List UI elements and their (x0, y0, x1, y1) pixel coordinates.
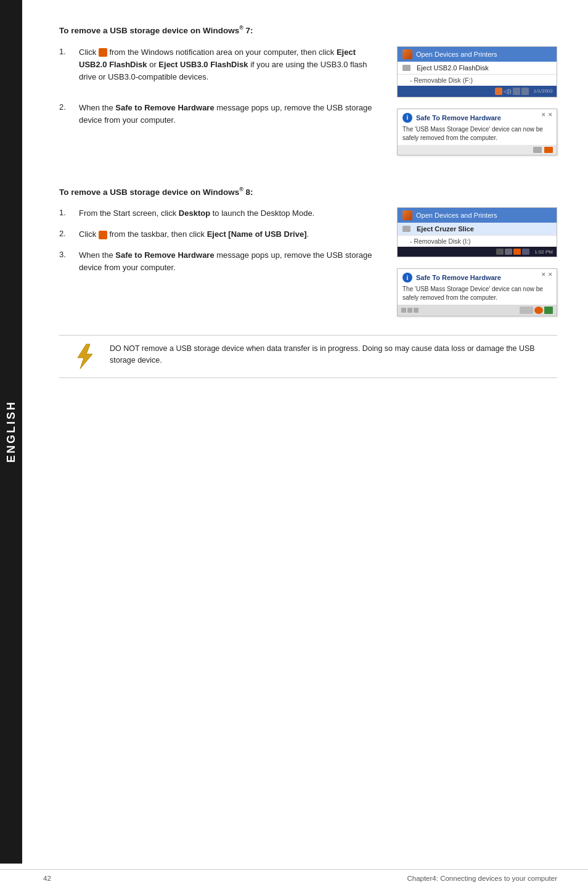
win8-step3-text: When the Safe to Remove Hardware message… (79, 249, 378, 274)
win8-screenshots: Open Devices and Printers Eject Cruzer S… (397, 207, 557, 316)
win8-footer-check (544, 307, 553, 314)
win8-eject-cruzer-item[interactable]: Eject Cruzer Slice (398, 223, 557, 236)
footer-page-number: 42 (43, 875, 51, 882)
win8-footer-left (401, 308, 419, 313)
win8-removable-disk-label: - Removable Disk (I:) (410, 237, 471, 245)
win8-footer-dot1 (401, 308, 406, 313)
win8-menu-header: Open Devices and Printers (398, 208, 557, 223)
taskbar-network (513, 88, 520, 95)
win7-notification-title: Safe To Remove Hardware (416, 114, 501, 122)
svg-marker-0 (78, 344, 92, 369)
win8-task-icon2 (505, 249, 512, 255)
warning-icon (71, 343, 99, 370)
win8-removable-disk-item: - Removable Disk (I:) (398, 236, 557, 247)
win8-taskbar-icons (496, 249, 529, 255)
win7-removable-disk-item: - Removable Disk (F:) (398, 75, 557, 86)
win8-notification-body: The 'USB Mass Storage Device' device can… (398, 285, 557, 305)
win8-task-icon4 (522, 249, 529, 255)
win7-info-icon: i (402, 113, 412, 123)
win8-menu-screenshot: Open Devices and Printers Eject Cruzer S… (397, 207, 557, 257)
win8-list: 1. From the Start screen, click Desktop … (59, 207, 378, 274)
win7-step2: 2. When the Safe to Remove Hardware mess… (59, 102, 378, 126)
printer-menu-icon (402, 49, 412, 59)
win8-footer-btn (520, 307, 533, 314)
win8-usb-icon (99, 231, 107, 239)
section-windows7: To remove a USB storage device on Window… (59, 25, 557, 155)
win7-step1-row: 1. Click from the Windows notification a… (59, 46, 557, 155)
win8-step3-num: 3. (59, 249, 79, 259)
win7-footer-usb (544, 147, 553, 153)
footer-chapter-text: Chapter4: Connecting devices to your com… (407, 875, 557, 882)
win7-menu-screenshot: Open Devices and Printers Eject USB2.0 F… (397, 46, 557, 97)
win8-notification-text: The 'USB Mass Storage Device' device can… (402, 286, 543, 301)
win7-step1-text: Click from the Windows notification area… (79, 46, 378, 83)
win8-printer-icon (402, 210, 412, 220)
win7-step2-num: 2. (59, 102, 79, 112)
win8-step3: 3. When the Safe to Remove Hardware mess… (59, 249, 378, 274)
win8-step2: 2. Click from the taskbar, then click Ej… (59, 228, 378, 241)
taskbar-usb-icon (495, 88, 502, 95)
side-tab-label: ENGLISH (5, 400, 18, 463)
taskbar-icons: ◁)) (495, 88, 529, 95)
win8-steps-row: 1. From the Start screen, click Desktop … (59, 207, 557, 316)
win8-step2-text: Click from the taskbar, then click Eject… (79, 228, 378, 241)
win8-steps-col: 1. From the Start screen, click Desktop … (59, 207, 378, 287)
win8-heading: To remove a USB storage device on Window… (59, 186, 557, 197)
win8-info-icon: i (402, 273, 412, 283)
win8-notification: ✕ ✕ i Safe To Remove Hardware The 'USB M… (397, 268, 557, 316)
win7-notification-close[interactable]: ✕ ✕ (541, 112, 553, 118)
win7-notification-footer (398, 145, 557, 155)
win7-menu-header-text: Open Devices and Printers (416, 51, 497, 58)
warning-text: DO NOT remove a USB storage device when … (110, 343, 545, 367)
win8-task-icon1 (496, 249, 504, 255)
win7-notification-text: The 'USB Mass Storage Device' device can… (402, 126, 543, 141)
win8-drive-icon (402, 226, 410, 232)
win8-step1-text: From the Start screen, click Desktop to … (79, 207, 378, 220)
win7-step1: 1. Click from the Windows notification a… (59, 46, 378, 83)
win8-step1: 1. From the Start screen, click Desktop … (59, 207, 378, 220)
win8-time: 1:02 PM (534, 249, 553, 255)
win7-notification: ✕ ✕ i Safe To Remove Hardware The 'USB M… (397, 109, 557, 155)
win7-eject-usb2-item[interactable]: Eject USB2.0 FlashDisk (398, 62, 557, 75)
win7-heading: To remove a USB storage device on Window… (59, 25, 557, 35)
win8-step1-num: 1. (59, 207, 79, 217)
win8-footer-right (520, 307, 553, 314)
win8-footer-dot2 (407, 308, 412, 313)
win8-footer-dot3 (414, 308, 419, 313)
win8-eject-cruzer-label: Eject Cruzer Slice (417, 225, 474, 233)
win7-list: 1. Click from the Windows notification a… (59, 46, 378, 127)
win8-footer-usb (534, 307, 543, 314)
win8-menu-header-text: Open Devices and Printers (416, 212, 497, 219)
win7-screenshots: Open Devices and Printers Eject USB2.0 F… (397, 46, 557, 155)
win7-step2-text: When the Safe to Remove Hardware message… (79, 102, 378, 126)
win7-notification-body: The 'USB Mass Storage Device' device can… (398, 125, 557, 145)
side-tab: ENGLISH (0, 0, 22, 864)
win7-menu-header: Open Devices and Printers (398, 47, 557, 62)
win7-removable-disk-label: - Removable Disk (F:) (410, 76, 473, 84)
section-windows8: To remove a USB storage device on Window… (59, 186, 557, 317)
usb-eject-icon (99, 48, 107, 57)
page-footer: 42 Chapter4: Connecting devices to your … (0, 869, 588, 887)
win7-time: 1/1/2002 (534, 88, 553, 94)
win8-task-usb (513, 249, 521, 255)
win8-step2-num: 2. (59, 228, 79, 238)
win8-notification-title: Safe To Remove Hardware (416, 274, 501, 281)
taskbar-speaker: ◁)) (504, 88, 512, 94)
win7-notification-header: i Safe To Remove Hardware (398, 109, 557, 125)
win7-step1-num: 1. (59, 46, 79, 56)
win8-notification-close[interactable]: ✕ ✕ (541, 271, 553, 278)
lightning-bolt-svg (71, 343, 99, 370)
win7-taskbar: ◁)) 1/1/2002 (398, 86, 557, 97)
win7-footer-icon1 (533, 147, 542, 153)
win8-notification-header: i Safe To Remove Hardware (398, 269, 557, 285)
win8-taskbar: 1:02 PM (398, 247, 557, 257)
taskbar-msg (521, 88, 529, 95)
win8-notification-footer (398, 305, 557, 316)
win7-eject-usb2-label: Eject USB2.0 FlashDisk (417, 64, 489, 72)
drive-icon (402, 65, 410, 71)
main-content: To remove a USB storage device on Window… (22, 0, 588, 421)
win7-steps-col: 1. Click from the Windows notification a… (59, 46, 378, 139)
warning-box: DO NOT remove a USB storage device when … (59, 335, 557, 378)
